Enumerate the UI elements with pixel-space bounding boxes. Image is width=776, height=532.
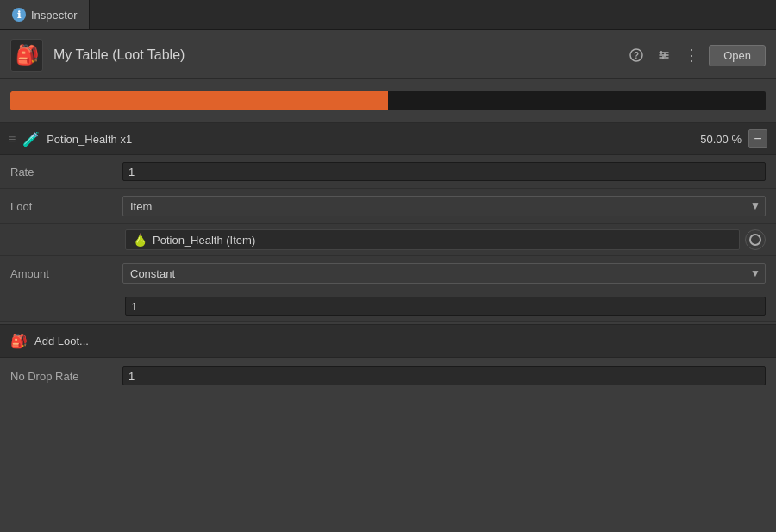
loot-entry: ≡ 🧪 Potion_Health x1 50.00 % − Rate Loot… [0,122,776,322]
amount-type-field-row: Amount Constant Random Range Random ▼ [0,256,776,291]
add-loot-label: Add Loot... [34,335,89,347]
rate-label: Rate [10,166,122,178]
loot-percent: 50.00 % [700,133,742,146]
rate-field-row: Rate [0,155,776,189]
progress-section [0,79,776,119]
amount-type-select-wrapper: Constant Random Range Random ▼ [122,263,766,284]
amount-value-row [0,291,776,322]
loot-entry-name: Potion_Health x1 [47,133,693,146]
item-name-label: Potion_Health (Item) [153,234,255,247]
no-drop-label: No Drop Rate [10,370,122,383]
tab-label: Inspector [31,9,77,22]
add-loot-icon: 🎒 [10,333,28,349]
potion-icon: 🧪 [22,131,40,147]
loot-type-select[interactable]: Item Table Nothing [122,196,766,216]
no-drop-input[interactable] [122,366,766,385]
progress-bar-fill [10,91,388,110]
more-button[interactable]: ⋮ [681,45,702,66]
svg-text:?: ? [634,51,639,60]
loot-bag-icon: 🎒 [10,39,43,72]
settings-icon [657,48,671,62]
remove-loot-button[interactable]: − [748,129,767,148]
info-icon: ℹ [12,8,26,22]
loot-header: ≡ 🧪 Potion_Health x1 50.00 % − [0,123,776,155]
tab-bar: ℹ Inspector [0,0,776,30]
loot-type-field-row: Loot Item Table Nothing ▼ [0,189,776,224]
item-potion-icon: 🍐 [133,233,147,247]
add-loot-row[interactable]: 🎒 Add Loot... [0,324,776,358]
rate-input[interactable] [122,162,766,181]
header-right: ? ⋮ Open [626,45,766,66]
bag-emoji: 🎒 [16,44,39,66]
open-button[interactable]: Open [709,45,766,66]
more-icon: ⋮ [684,47,699,63]
item-ref-field: 🍐 Potion_Health (Item) [125,229,740,250]
amount-type-select[interactable]: Constant Random Range Random [122,263,766,284]
header-title: My Table (Loot Table) [53,47,185,63]
amount-label: Amount [10,267,122,280]
header-left: 🎒 My Table (Loot Table) [10,39,185,72]
inspector-tab[interactable]: ℹ Inspector [0,0,90,29]
no-drop-rate-row: No Drop Rate [0,358,776,394]
drag-handle-icon[interactable]: ≡ [9,132,16,146]
help-button[interactable]: ? [626,45,647,66]
progress-bar-bg [10,91,766,110]
help-icon: ? [629,48,643,62]
loot-label: Loot [10,200,122,213]
loot-type-select-wrapper: Item Table Nothing ▼ [122,196,766,216]
settings-button[interactable] [654,45,674,66]
header-section: 🎒 My Table (Loot Table) ? ⋮ Open [0,30,776,79]
item-ref-select-button[interactable] [745,229,766,250]
amount-value-input[interactable] [125,297,766,316]
item-ref-row: 🍐 Potion_Health (Item) [0,224,776,256]
